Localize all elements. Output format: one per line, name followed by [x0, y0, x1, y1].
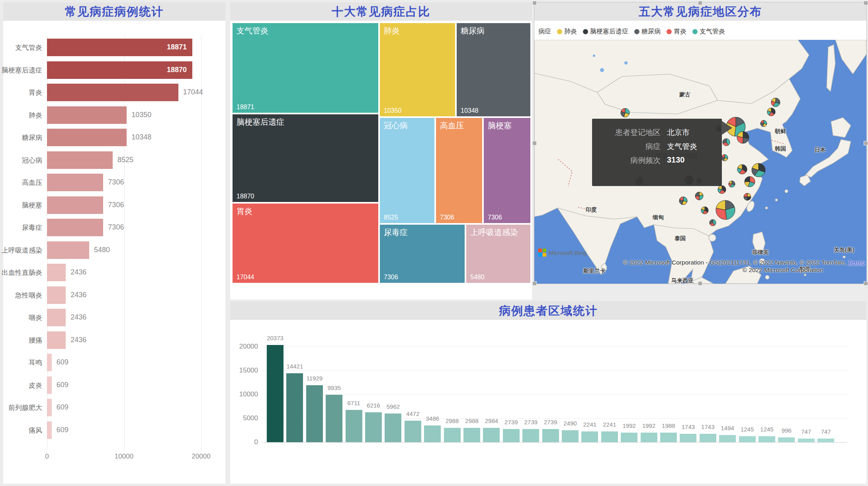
bar-宁夏回族自治区[interactable]: [778, 437, 795, 442]
bar-耳鸣[interactable]: [47, 354, 52, 371]
legend-item-糖尿病[interactable]: 糖尿病: [634, 27, 661, 36]
map-pie[interactable]: [771, 98, 780, 107]
x-axis-tick: 10000: [104, 453, 144, 461]
bar-脑梗塞[interactable]: [47, 196, 103, 214]
map-pie[interactable]: [701, 207, 708, 214]
bar-皮炎[interactable]: [47, 376, 52, 394]
resize-handle[interactable]: [698, 281, 702, 286]
bar-前列腺肥大[interactable]: [47, 399, 52, 416]
terms-link[interactable]: Terms: [848, 259, 865, 266]
value-label: 2436: [70, 291, 86, 299]
bar-重庆市[interactable]: [719, 435, 736, 442]
bar-急性咽炎[interactable]: [47, 286, 66, 304]
legend-item-支气管炎[interactable]: 支气管炎: [692, 27, 725, 36]
bar-糖尿病[interactable]: [47, 129, 127, 146]
category-label: 支气管炎: [1, 43, 42, 52]
map-pie[interactable]: [621, 108, 629, 117]
bar-肺炎[interactable]: [47, 106, 127, 124]
bar-江苏省[interactable]: [385, 413, 401, 442]
map-tooltip: 患者登记地区北京市病症支气管炎病例频次3130: [592, 119, 722, 186]
bar-尿毒症[interactable]: [47, 219, 103, 236]
map-pie[interactable]: [710, 219, 716, 226]
tile-value: 7306: [488, 214, 502, 221]
treemap-tile-脑梗塞后遗症[interactable]: 脑梗塞后遗症18870: [233, 114, 378, 202]
treemap-tile-冠心病[interactable]: 冠心病8525: [380, 118, 434, 223]
pie-slice: [745, 176, 750, 182]
bar-胃炎[interactable]: [47, 84, 178, 101]
treemap-tile-肺炎[interactable]: 肺炎10350: [380, 23, 455, 116]
bar-江西省[interactable]: [660, 433, 677, 442]
bar-腰痛[interactable]: [47, 331, 66, 349]
map-pie[interactable]: [745, 176, 755, 187]
map-pie[interactable]: [752, 163, 765, 177]
treemap-tile-脑梗塞[interactable]: 脑梗塞7306: [484, 118, 530, 223]
resize-handle[interactable]: [532, 1, 537, 5]
bar-广西壮族自治区[interactable]: [601, 431, 618, 442]
map-pie[interactable]: [716, 200, 735, 219]
legend-item-胃炎[interactable]: 胃炎: [667, 27, 686, 36]
treemap-tile-上呼吸道感染[interactable]: 上呼吸道感染5480: [466, 225, 530, 283]
bar-西藏自治区[interactable]: [817, 439, 834, 442]
map-pie[interactable]: [723, 139, 730, 146]
bar-黑龙江省[interactable]: [463, 428, 480, 442]
map-pie[interactable]: [744, 193, 751, 200]
bar-出血性直肠炎[interactable]: [47, 264, 66, 281]
bar-云南省[interactable]: [483, 428, 500, 442]
treemap-tile-尿毒症[interactable]: 尿毒症7306: [380, 225, 465, 283]
map-pie[interactable]: [721, 155, 728, 161]
resize-handle[interactable]: [864, 1, 868, 5]
value-label: 7306: [108, 223, 124, 231]
map-pie[interactable]: [737, 165, 747, 174]
resize-handle[interactable]: [532, 141, 537, 145]
bar-安徽省[interactable]: [444, 428, 461, 442]
map-pie[interactable]: [767, 108, 775, 116]
legend-item-肺炎[interactable]: 肺炎: [557, 27, 577, 36]
tooltip-value: 3130: [667, 155, 714, 166]
bar-四川省[interactable]: [346, 410, 362, 442]
bar-上呼吸道感染[interactable]: [47, 241, 89, 259]
bar-甘肃省[interactable]: [680, 434, 696, 442]
bar-吉林省[interactable]: [621, 433, 637, 442]
bar-广东省[interactable]: [286, 373, 303, 442]
y-axis-tick: 15000: [223, 366, 258, 374]
bar-新疆维吾尔自治区[interactable]: [759, 436, 775, 442]
category-label: 高血压: [1, 178, 42, 187]
bar-河南省[interactable]: [522, 429, 539, 442]
bar-河北省[interactable]: [503, 429, 520, 442]
bar-天津市[interactable]: [365, 412, 382, 442]
category-label: 肺炎: [1, 111, 42, 120]
bar-高血压[interactable]: [47, 174, 103, 191]
bar-内蒙古自治区[interactable]: [700, 434, 716, 442]
map-pie[interactable]: [695, 192, 703, 200]
map-pie[interactable]: [679, 197, 687, 205]
bar-冠心病[interactable]: [47, 151, 113, 169]
map-pie[interactable]: [729, 181, 735, 187]
bar-山东省[interactable]: [424, 425, 441, 442]
map-pie[interactable]: [718, 186, 726, 194]
treemap-tile-胃炎[interactable]: 胃炎17044: [233, 204, 378, 283]
value-label: 18871: [47, 43, 187, 51]
map-pie[interactable]: [760, 120, 767, 127]
bar-湖南省[interactable]: [405, 421, 421, 442]
map-pie[interactable]: [737, 131, 749, 143]
legend-item-脑梗塞后遗症[interactable]: 脑梗塞后遗症: [583, 27, 628, 36]
bar-辽宁省[interactable]: [542, 429, 559, 442]
value-label: 5480: [94, 246, 110, 254]
bar-贵州省[interactable]: [739, 436, 756, 442]
resize-handle[interactable]: [532, 281, 537, 286]
resize-handle[interactable]: [864, 281, 868, 286]
bar-福建省[interactable]: [581, 431, 598, 442]
bar-上海市[interactable]: [306, 385, 323, 442]
treemap-tile-高血压[interactable]: 高血压7306: [436, 118, 482, 223]
bar-山西省[interactable]: [562, 430, 579, 442]
resize-handle[interactable]: [698, 1, 702, 5]
tooltip-label: 患者登记地区: [598, 127, 661, 138]
bar-海南省[interactable]: [798, 439, 815, 442]
bar-痛风[interactable]: [47, 421, 52, 439]
treemap-tile-支气管炎[interactable]: 支气管炎18871: [233, 23, 378, 113]
bar-北京市[interactable]: [267, 345, 283, 442]
treemap-tile-糖尿病[interactable]: 糖尿病10348: [457, 23, 530, 116]
bar-咽炎[interactable]: [47, 309, 66, 326]
resize-handle[interactable]: [864, 141, 868, 145]
bar-陕西省[interactable]: [641, 433, 657, 442]
